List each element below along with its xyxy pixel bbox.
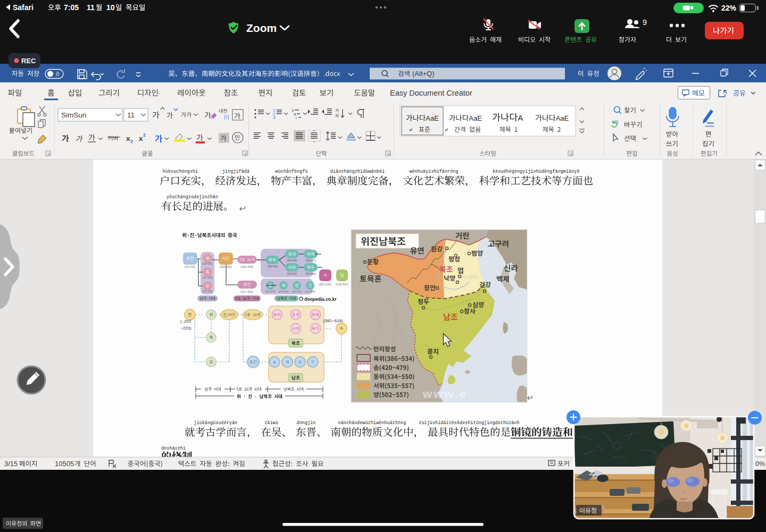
svg-text:22%: 22% [721,4,737,12]
svg-text:(618-907): (618-907) [336,283,348,286]
svg-text:doopedia.co.kr: doopedia.co.kr [304,297,337,302]
svg-text:(479-502): (479-502) [279,290,289,293]
svg-text:0%: 0% [755,460,765,468]
svg-text:7:05: 7:05 [64,3,79,12]
svg-text:Zoom: Zoom [246,22,277,34]
svg-text:SimSun: SimSun [61,111,86,119]
svg-text:(535-557): (535-557) [287,273,297,275]
svg-text:diǎnzhāngzhìdùwánbèi: diǎnzhāngzhìdùwánbèi [330,169,385,174]
svg-text:wùchǎnfēngfù: wùchǎnfēngfù [275,169,307,174]
svg-text:2: 2 [143,132,146,138]
svg-text:jiùkǎogǔxuééryán: jiùkǎogǔxuééryán [194,420,238,425]
svg-text:(386-439): (386-439) [267,265,278,268]
svg-text:x: x [126,134,130,142]
svg-text:(420-479): (420-479) [265,290,276,293]
svg-text:(304-439): (304-439) [240,265,253,268]
svg-text:(222-280): (222-280) [202,290,213,293]
svg-text:kēxuéhégōngyìjìshùděngfāngmiàn: kēxuéhégōngyìjìshùděngfāngmiànyě [493,169,580,174]
svg-text:Safari: Safari [13,3,34,12]
svg-text:11: 11 [87,3,95,12]
svg-text:www.e: www.e [422,387,468,401]
svg-text:...: ... [478,387,493,399]
svg-text:yǒuchángzúdejìnzhǎn: yǒuchángzúdejìnzhǎn [166,195,218,199]
svg-text:10: 10 [106,3,115,12]
svg-text:2: 2 [130,139,133,144]
svg-text:(557-589): (557-589) [305,290,315,293]
svg-text:9: 9 [643,18,647,27]
svg-text:AaE: AaE [556,114,569,122]
svg-text:(..202: (..202 [180,319,192,324]
svg-text:(265-316): (265-316) [219,265,232,268]
svg-text:dōngjìn: dōngjìn [297,420,316,425]
svg-text:REC: REC [21,57,36,65]
svg-text:AaE: AaE [469,114,482,122]
svg-text:zàiwú: zàiwú [264,420,278,425]
svg-text:(550-577): (550-577) [305,259,316,262]
svg-text:3/15: 3/15 [4,460,18,468]
svg-text:3: 3 [273,115,276,120]
svg-text:11: 11 [127,111,135,119]
svg-text:(Alt+Q): (Alt+Q) [412,70,435,78]
svg-text:(25-220): (25-220) [185,265,196,268]
svg-text:zuìjùshídàitèsèdeshìtóngjìngde: zuìjùshídàitèsèdeshìtóngjìngdezhùzàoh [419,420,519,425]
svg-text:hùkouchōngshí: hùkouchōngshí [163,169,198,174]
svg-text:A: A [518,113,523,122]
svg-text:(581~618): (581~618) [323,318,343,323]
svg-text:(221-263): (221-263) [202,276,213,279]
svg-text:(317-420): (317-420) [240,290,253,293]
svg-text:(557-581): (557-581) [305,273,316,275]
svg-text:(220-265): (220-265) [202,263,213,265]
svg-text:(581-618): (581-618) [319,283,331,286]
svg-text:AaE: AaE [426,114,439,122]
svg-text:~220): ~220) [180,326,192,331]
svg-text:wénhuàyìshùfánróng: wénhuàyìshùfánróng [409,169,458,174]
svg-text:Easy Document Creator: Easy Document Creator [390,89,472,97]
svg-text:(534-550): (534-550) [287,259,297,262]
svg-text:10505: 10505 [55,460,74,468]
svg-text:(502-557): (502-557) [292,290,302,293]
svg-text:x: x [139,134,143,142]
svg-text:jīngjìfādá: jīngjìfādá [222,169,249,174]
svg-text:náncháodewùzhìwénhuàzhōng: náncháodewùzhìwénhuàzhōng [338,420,406,425]
svg-text:i: i [296,115,297,120]
svg-text:deshāozhì: deshāozhì [161,446,186,451]
